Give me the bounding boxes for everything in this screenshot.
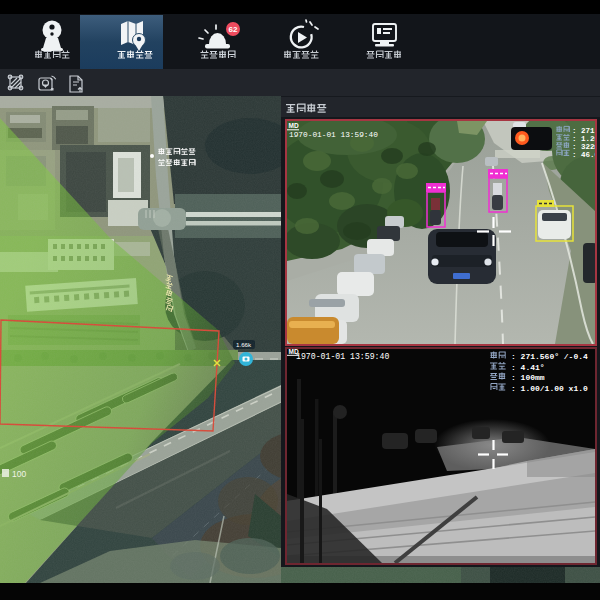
svg-text:: 1.20: : 1.20 <box>572 135 595 143</box>
svg-text:: 1.00/1.00 x1.0: : 1.00/1.00 x1.0 <box>511 384 588 393</box>
svg-text:: 46.00: : 46.00 <box>572 151 595 159</box>
svg-text:1970-01-01 13:59:40: 1970-01-01 13:59:40 <box>296 352 389 361</box>
svg-text:: 100mm: : 100mm <box>511 373 545 382</box>
svg-text:: 271.: : 271. <box>572 127 595 135</box>
svg-text:1970-01-01 13:59:40: 1970-01-01 13:59:40 <box>289 131 378 139</box>
svg-text:MD: MD <box>289 122 299 129</box>
svg-text:: 271.560° /-0.4: : 271.560° /-0.4 <box>511 352 588 361</box>
svg-text:: 4.41°: : 4.41° <box>511 363 545 372</box>
svg-text:62: 62 <box>229 25 238 34</box>
